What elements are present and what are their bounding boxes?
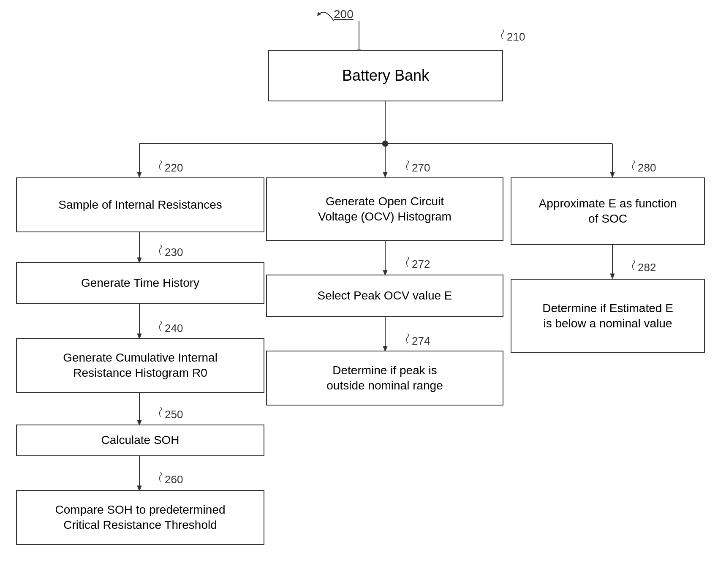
sample-ir-node: Sample of Internal Resistances <box>16 177 264 232</box>
battery-bank-node: Battery Bank <box>268 50 503 101</box>
ref-230-squiggle <box>152 244 169 257</box>
svg-marker-8 <box>383 172 387 177</box>
ref-282-squiggle <box>625 259 642 272</box>
ref-200-arrow <box>313 6 338 23</box>
svg-point-3 <box>382 141 388 147</box>
svg-marker-26 <box>317 12 321 16</box>
compare-soh-node: Compare SOH to predetermined Critical Re… <box>16 490 264 545</box>
calc-soh-node: Calculate SOH <box>16 425 264 456</box>
ref-250-squiggle <box>152 406 169 419</box>
diagram-container: 200 210 Battery Bank 220 Sample of Inter… <box>0 0 718 588</box>
det-peak-node: Determine if peak is outside nominal ran… <box>266 351 503 406</box>
ref-280-squiggle <box>625 160 642 172</box>
ref-272-squiggle <box>399 256 416 269</box>
gen-cumulative-node: Generate Cumulative Internal Resistance … <box>16 338 264 393</box>
select-peak-node: Select Peak OCV value E <box>266 275 503 317</box>
svg-marker-6 <box>137 172 141 177</box>
det-estimated-node: Determine if Estimated E is below a nomi… <box>511 279 705 353</box>
ref-274-squiggle <box>399 333 416 346</box>
gen-ocv-node: Generate Open Circuit Voltage (OCV) Hist… <box>266 177 503 241</box>
approx-e-node: Approximate E as function of SOC <box>511 177 705 245</box>
svg-marker-11 <box>610 172 615 177</box>
ref-270-squiggle <box>399 160 416 172</box>
gen-time-history-node: Generate Time History <box>16 262 264 304</box>
svg-marker-25 <box>610 274 615 279</box>
ref-260-squiggle <box>152 471 169 484</box>
ref-210-squiggle <box>494 29 511 41</box>
ref-220-squiggle <box>152 160 169 172</box>
ref-240-squiggle <box>152 320 169 333</box>
